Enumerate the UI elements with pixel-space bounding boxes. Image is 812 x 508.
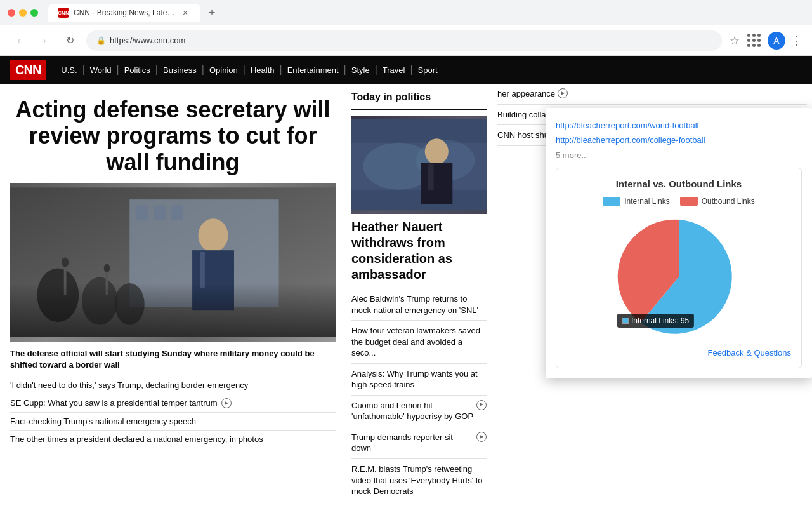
nav-opinion[interactable]: Opinion (204, 65, 243, 75)
politics-sub-text-0: Alec Baldwin's Trump returns to mock nat… (351, 293, 487, 316)
left-column: Acting defense secretary will review pro… (0, 84, 346, 508)
svg-point-20 (425, 138, 449, 164)
url-display: https://www.cnn.com (110, 36, 185, 45)
politics-feature-title[interactable]: Heather Nauert withdraws from considerat… (351, 214, 487, 289)
politics-sub-4[interactable]: Trump demands reporter sit down ▶ (351, 427, 487, 459)
article-caption: The defense official will start studying… (10, 342, 336, 376)
article-link-text-2: Fact-checking Trump's national emergency… (10, 417, 196, 426)
right-article-text-0: her appearance (497, 88, 555, 100)
popup-links: http://bleacherreport.com/world-football… (556, 118, 802, 160)
refresh-btn[interactable]: ↻ (61, 32, 79, 50)
browser-frame: CNN CNN - Breaking News, Latest N... × +… (0, 0, 812, 508)
legend-internal-label: Internal Links (624, 197, 669, 206)
politics-sub-text-4: Trump demands reporter sit down (351, 432, 474, 454)
menu-btn[interactable]: ⋮ (790, 34, 802, 48)
politics-sub-text-1: How four veteran lawmakers saved the bud… (351, 325, 487, 359)
maximize-window-btn[interactable] (30, 9, 38, 17)
main-headline: Acting defense secretary will review pro… (10, 84, 336, 183)
new-tab-btn[interactable]: + (203, 4, 221, 22)
traffic-lights (8, 9, 38, 17)
svg-rect-15 (10, 283, 336, 337)
svg-rect-2 (136, 206, 148, 221)
popup-more-text: 5 more... (556, 150, 802, 160)
article-link-0[interactable]: 'I didn't need to do this,' says Trump, … (10, 377, 336, 394)
tooltip-swatch (622, 318, 629, 324)
legend-outbound-color (680, 197, 698, 206)
bookmark-icon[interactable]: ☆ (730, 34, 740, 48)
feedback-link[interactable]: Feedback & Questions (566, 348, 791, 358)
address-bar: ‹ › ↻ 🔒 https://www.cnn.com ☆ A ⋮ (0, 25, 812, 56)
svg-rect-22 (428, 164, 433, 190)
politics-feature-image (351, 116, 487, 214)
politics-sub-text-5: R.E.M. blasts Trump's retweeting video t… (351, 464, 487, 497)
nav-world[interactable]: World (85, 65, 117, 75)
politics-svg (351, 116, 487, 214)
politics-sub-1[interactable]: How four veteran lawmakers saved the bud… (351, 321, 487, 364)
nav-us[interactable]: U.S. (56, 65, 82, 75)
hero-image (10, 183, 336, 342)
politics-sub-0[interactable]: Alec Baldwin's Trump returns to mock nat… (351, 289, 487, 321)
tab-favicon-text: CNN (58, 10, 69, 16)
nav-business[interactable]: Business (158, 65, 202, 75)
article-link-text-3: The other times a president declared a n… (10, 434, 263, 444)
politics-section-label: Today in politics (351, 84, 487, 110)
title-bar: CNN CNN - Breaking News, Latest N... × + (0, 0, 812, 25)
nav-entertainment[interactable]: Entertainment (282, 65, 344, 75)
apps-icon[interactable] (745, 32, 763, 50)
politics-sub-2[interactable]: Analysis: Why Trump wants you at high sp… (351, 364, 487, 396)
politics-sub-3[interactable]: Cuomo and Lemon hit 'unfathomable' hypoc… (351, 396, 487, 427)
svg-point-5 (199, 218, 228, 252)
nav-travel[interactable]: Travel (377, 65, 410, 75)
article-links: 'I didn't need to do this,' says Trump, … (10, 377, 336, 448)
close-window-btn[interactable] (8, 9, 15, 17)
article-link-text-0: 'I didn't need to do this,' says Trump, … (10, 380, 248, 390)
nav-sport[interactable]: Sport (413, 65, 443, 75)
overlay-popup: http://bleacherreport.com/world-football… (546, 108, 812, 378)
legend-outbound: Outbound Links (680, 197, 755, 206)
cnn-nav-items: U.S. | World | Politics | Business | Opi… (56, 64, 442, 76)
legend-outbound-label: Outbound Links (702, 197, 755, 206)
play-icon-politics-3: ▶ (476, 400, 487, 410)
hero-svg (10, 183, 336, 342)
tab-bar: CNN CNN - Breaking News, Latest N... × + (48, 4, 221, 22)
article-link-3[interactable]: The other times a president declared a n… (10, 431, 336, 448)
popup-link-2[interactable]: http://bleacherreport.com/college-footba… (556, 133, 802, 147)
article-link-text-1: SE Cupp: What you saw is a presidential … (10, 398, 218, 408)
politics-sub-text-2: Analysis: Why Trump wants you at high sp… (351, 368, 487, 391)
article-link-1[interactable]: SE Cupp: What you saw is a presidential … (10, 394, 336, 413)
chart-container: Internal vs. Outbound Links Internal Lin… (556, 168, 802, 368)
tooltip-text: Internal Links: 95 (631, 316, 689, 325)
nav-politics[interactable]: Politics (119, 65, 155, 75)
cnn-logo[interactable]: CNN (10, 60, 46, 80)
pie-tooltip: Internal Links: 95 (617, 314, 694, 328)
popup-link-1[interactable]: http://bleacherreport.com/world-football (556, 118, 802, 133)
tab-close-btn[interactable]: × (180, 8, 190, 18)
address-input[interactable]: 🔒 https://www.cnn.com (86, 30, 722, 51)
chart-title: Internal vs. Outbound Links (566, 178, 791, 189)
tab-favicon: CNN (58, 8, 69, 18)
tab-title: CNN - Breaking News, Latest N... (74, 8, 175, 17)
back-btn[interactable]: ‹ (10, 32, 28, 50)
svg-rect-21 (421, 163, 452, 204)
forward-btn[interactable]: › (36, 32, 53, 50)
cnn-logo-text: CNN (15, 63, 41, 77)
right-article-0[interactable]: her appearance ▶ (497, 84, 807, 105)
svg-rect-7 (200, 252, 205, 288)
content-area: CNN U.S. | World | Politics | Business |… (0, 56, 812, 508)
politics-sub-text-3: Cuomo and Lemon hit 'unfathomable' hypoc… (351, 400, 474, 422)
svg-rect-3 (154, 206, 166, 221)
browser-tab[interactable]: CNN CNN - Breaking News, Latest N... × (48, 4, 200, 22)
nav-health[interactable]: Health (246, 65, 280, 75)
pie-chart-area: Internal Links: 95 (566, 213, 791, 340)
politics-sub-5[interactable]: R.E.M. blasts Trump's retweeting video t… (351, 459, 487, 502)
lock-icon: 🔒 (96, 36, 106, 45)
play-icon-1: ▶ (221, 398, 232, 408)
article-link-2[interactable]: Fact-checking Trump's national emergency… (10, 413, 336, 431)
legend-internal: Internal Links (603, 197, 669, 206)
chart-legend: Internal Links Outbound Links (566, 197, 791, 206)
minimize-window-btn[interactable] (19, 9, 27, 17)
svg-point-14 (104, 264, 110, 272)
nav-style[interactable]: Style (346, 65, 375, 75)
politics-column: Today in politics Heather Nauert wi (346, 84, 492, 508)
profile-avatar[interactable]: A (768, 32, 785, 50)
